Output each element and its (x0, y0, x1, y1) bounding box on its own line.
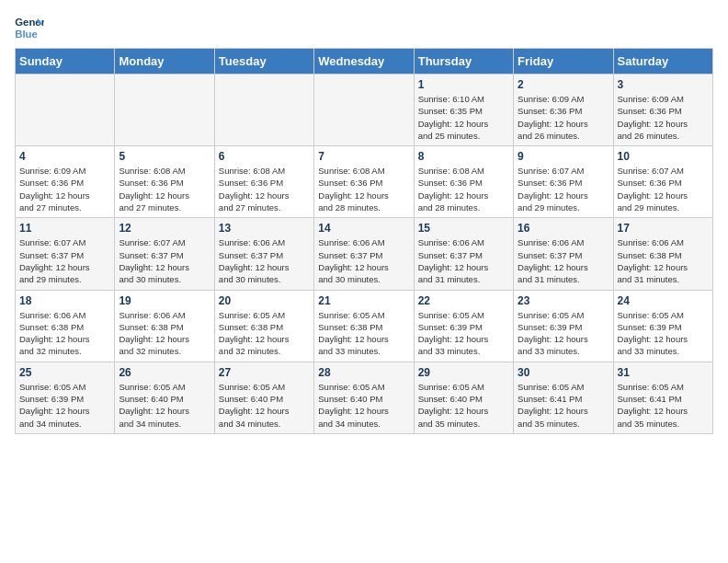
calendar-cell: 2Sunrise: 6:09 AM Sunset: 6:36 PM Daylig… (514, 75, 613, 146)
day-info: Sunrise: 6:05 AM Sunset: 6:39 PM Dayligh… (19, 381, 110, 430)
day-info: Sunrise: 6:06 AM Sunset: 6:37 PM Dayligh… (219, 236, 310, 285)
day-number: 6 (219, 150, 310, 163)
day-info: Sunrise: 6:05 AM Sunset: 6:40 PM Dayligh… (318, 381, 409, 430)
weekday-header: Saturday (613, 49, 712, 75)
day-info: Sunrise: 6:05 AM Sunset: 6:41 PM Dayligh… (518, 381, 609, 430)
calendar-cell: 23Sunrise: 6:05 AM Sunset: 6:39 PM Dayli… (514, 290, 613, 362)
day-number: 18 (19, 294, 110, 307)
day-number: 2 (518, 78, 609, 91)
calendar-cell: 3Sunrise: 6:09 AM Sunset: 6:36 PM Daylig… (613, 75, 712, 146)
calendar-week-row: 11Sunrise: 6:07 AM Sunset: 6:37 PM Dayli… (16, 218, 713, 290)
logo: General Blue (15, 15, 44, 40)
day-info: Sunrise: 6:06 AM Sunset: 6:38 PM Dayligh… (119, 309, 210, 358)
calendar-cell: 26Sunrise: 6:05 AM Sunset: 6:40 PM Dayli… (115, 362, 214, 433)
calendar-cell: 10Sunrise: 6:07 AM Sunset: 6:36 PM Dayli… (613, 146, 712, 218)
calendar-week-row: 1Sunrise: 6:10 AM Sunset: 6:35 PM Daylig… (16, 75, 713, 146)
calendar-cell (214, 75, 313, 146)
calendar-week-row: 25Sunrise: 6:05 AM Sunset: 6:39 PM Dayli… (16, 362, 713, 433)
calendar-cell: 4Sunrise: 6:09 AM Sunset: 6:36 PM Daylig… (16, 146, 115, 218)
day-info: Sunrise: 6:06 AM Sunset: 6:37 PM Dayligh… (318, 236, 409, 285)
day-info: Sunrise: 6:07 AM Sunset: 6:37 PM Dayligh… (119, 236, 210, 285)
calendar-cell: 18Sunrise: 6:06 AM Sunset: 6:38 PM Dayli… (16, 290, 115, 362)
weekday-header: Wednesday (314, 49, 414, 75)
day-info: Sunrise: 6:09 AM Sunset: 6:36 PM Dayligh… (518, 93, 609, 142)
day-info: Sunrise: 6:09 AM Sunset: 6:36 PM Dayligh… (19, 165, 110, 213)
page-header: General Blue (15, 15, 713, 40)
calendar-cell: 19Sunrise: 6:06 AM Sunset: 6:38 PM Dayli… (115, 290, 214, 362)
calendar-week-row: 4Sunrise: 6:09 AM Sunset: 6:36 PM Daylig… (16, 146, 713, 218)
day-number: 3 (618, 78, 709, 91)
day-number: 1 (418, 78, 509, 91)
weekday-header: Thursday (414, 49, 513, 75)
day-info: Sunrise: 6:06 AM Sunset: 6:38 PM Dayligh… (19, 309, 110, 358)
day-number: 23 (518, 294, 609, 307)
weekday-header: Sunday (16, 49, 115, 75)
calendar-cell: 6Sunrise: 6:08 AM Sunset: 6:36 PM Daylig… (214, 146, 313, 218)
calendar-cell (314, 75, 414, 146)
day-number: 27 (219, 366, 310, 379)
day-info: Sunrise: 6:05 AM Sunset: 6:40 PM Dayligh… (219, 381, 310, 430)
day-number: 15 (418, 222, 509, 235)
day-number: 31 (618, 366, 709, 379)
day-number: 26 (119, 366, 210, 379)
calendar-cell: 28Sunrise: 6:05 AM Sunset: 6:40 PM Dayli… (314, 362, 414, 433)
day-info: Sunrise: 6:06 AM Sunset: 6:38 PM Dayligh… (618, 236, 709, 285)
day-info: Sunrise: 6:05 AM Sunset: 6:40 PM Dayligh… (418, 381, 509, 430)
calendar-body: 1Sunrise: 6:10 AM Sunset: 6:35 PM Daylig… (16, 75, 713, 434)
calendar-cell: 29Sunrise: 6:05 AM Sunset: 6:40 PM Dayli… (414, 362, 513, 433)
day-info: Sunrise: 6:07 AM Sunset: 6:37 PM Dayligh… (19, 236, 110, 285)
day-info: Sunrise: 6:08 AM Sunset: 6:36 PM Dayligh… (119, 165, 210, 213)
day-number: 20 (219, 294, 310, 307)
day-number: 22 (418, 294, 509, 307)
day-info: Sunrise: 6:08 AM Sunset: 6:36 PM Dayligh… (418, 165, 509, 213)
day-info: Sunrise: 6:06 AM Sunset: 6:37 PM Dayligh… (518, 236, 609, 285)
day-number: 21 (318, 294, 409, 307)
calendar-cell: 16Sunrise: 6:06 AM Sunset: 6:37 PM Dayli… (514, 218, 613, 290)
day-number: 9 (518, 150, 609, 163)
calendar-cell: 1Sunrise: 6:10 AM Sunset: 6:35 PM Daylig… (414, 75, 513, 146)
day-number: 17 (618, 222, 709, 235)
day-number: 13 (219, 222, 310, 235)
day-number: 28 (318, 366, 409, 379)
svg-text:Blue: Blue (15, 29, 38, 40)
day-number: 12 (119, 222, 210, 235)
calendar-week-row: 18Sunrise: 6:06 AM Sunset: 6:38 PM Dayli… (16, 290, 713, 362)
calendar-cell: 11Sunrise: 6:07 AM Sunset: 6:37 PM Dayli… (16, 218, 115, 290)
day-info: Sunrise: 6:07 AM Sunset: 6:36 PM Dayligh… (618, 165, 709, 213)
logo-icon: General Blue (15, 15, 44, 40)
calendar-cell: 21Sunrise: 6:05 AM Sunset: 6:38 PM Dayli… (314, 290, 414, 362)
calendar-cell: 15Sunrise: 6:06 AM Sunset: 6:37 PM Dayli… (414, 218, 513, 290)
day-number: 19 (119, 294, 210, 307)
calendar-cell (16, 75, 115, 146)
day-info: Sunrise: 6:05 AM Sunset: 6:38 PM Dayligh… (219, 309, 310, 358)
calendar-cell: 13Sunrise: 6:06 AM Sunset: 6:37 PM Dayli… (214, 218, 313, 290)
calendar-cell: 25Sunrise: 6:05 AM Sunset: 6:39 PM Dayli… (16, 362, 115, 433)
calendar-cell: 24Sunrise: 6:05 AM Sunset: 6:39 PM Dayli… (613, 290, 712, 362)
day-number: 16 (518, 222, 609, 235)
calendar-cell: 14Sunrise: 6:06 AM Sunset: 6:37 PM Dayli… (314, 218, 414, 290)
calendar-cell: 5Sunrise: 6:08 AM Sunset: 6:36 PM Daylig… (115, 146, 214, 218)
calendar-cell: 31Sunrise: 6:05 AM Sunset: 6:41 PM Dayli… (613, 362, 712, 433)
day-number: 29 (418, 366, 509, 379)
day-info: Sunrise: 6:09 AM Sunset: 6:36 PM Dayligh… (618, 93, 709, 142)
day-number: 24 (618, 294, 709, 307)
weekday-header: Friday (514, 49, 613, 75)
calendar-cell: 17Sunrise: 6:06 AM Sunset: 6:38 PM Dayli… (613, 218, 712, 290)
day-number: 14 (318, 222, 409, 235)
calendar-cell: 27Sunrise: 6:05 AM Sunset: 6:40 PM Dayli… (214, 362, 313, 433)
weekday-header: Monday (115, 49, 214, 75)
day-info: Sunrise: 6:06 AM Sunset: 6:37 PM Dayligh… (418, 236, 509, 285)
day-number: 10 (618, 150, 709, 163)
day-info: Sunrise: 6:05 AM Sunset: 6:40 PM Dayligh… (119, 381, 210, 430)
calendar-cell: 30Sunrise: 6:05 AM Sunset: 6:41 PM Dayli… (514, 362, 613, 433)
day-number: 8 (418, 150, 509, 163)
weekday-header: Tuesday (214, 49, 313, 75)
calendar-table: SundayMondayTuesdayWednesdayThursdayFrid… (15, 48, 713, 434)
calendar-cell (115, 75, 214, 146)
day-info: Sunrise: 6:08 AM Sunset: 6:36 PM Dayligh… (219, 165, 310, 213)
calendar-cell: 8Sunrise: 6:08 AM Sunset: 6:36 PM Daylig… (414, 146, 513, 218)
day-number: 11 (19, 222, 110, 235)
day-info: Sunrise: 6:08 AM Sunset: 6:36 PM Dayligh… (318, 165, 409, 213)
day-info: Sunrise: 6:05 AM Sunset: 6:38 PM Dayligh… (318, 309, 409, 358)
day-number: 4 (19, 150, 110, 163)
